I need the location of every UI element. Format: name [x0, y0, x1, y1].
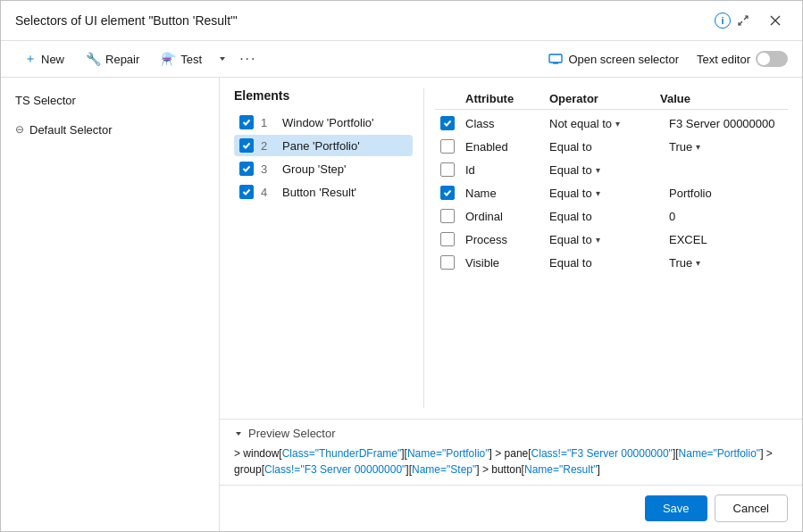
attr-name-class: Class [465, 117, 546, 130]
title-bar: Selectors of UI element "Button 'Result'… [1, 1, 802, 41]
vertical-divider [423, 88, 424, 408]
svg-marker-4 [220, 57, 225, 61]
footer: Save Cancel [220, 485, 802, 531]
left-panel: TS Selector ⋯ ⊖ Default Selector ⋯ [1, 78, 220, 531]
svg-rect-5 [549, 54, 562, 62]
cancel-button[interactable]: Cancel [715, 495, 788, 522]
dialog: Selectors of UI element "Button 'Result'… [0, 0, 803, 532]
attr-checkbox-visible[interactable] [440, 255, 455, 270]
attr-row-name: Name Equal to ▾ Portfolio [435, 181, 788, 204]
attr-name-enabled: Enabled [465, 140, 546, 154]
attr-value-ordinal: 0 [669, 210, 782, 223]
info-icon[interactable]: i [715, 12, 731, 29]
element-checkbox-2[interactable] [239, 138, 254, 153]
wrench-icon: 🔧 [86, 52, 101, 66]
test-button[interactable]: ⚗️ Test [152, 47, 211, 71]
toolbar-dropdown-button[interactable] [214, 49, 230, 70]
value-dropdown-enabled[interactable]: ▾ [696, 142, 700, 152]
svg-marker-8 [236, 432, 241, 436]
attr-operator-visible: Equal to [549, 256, 665, 270]
open-screen-button[interactable]: Open screen selector [540, 48, 688, 71]
attr-checkbox-class[interactable] [440, 116, 455, 130]
attr-name-name: Name [465, 187, 546, 200]
attr-operator-class: Not equal to ▾ [549, 117, 665, 130]
attr-name-process: Process [465, 233, 546, 246]
attr-row-process: Process Equal to ▾ EXCEL [435, 228, 788, 251]
element-row-4[interactable]: 4 Button 'Result' [234, 181, 413, 203]
element-checkbox-1[interactable] [239, 115, 254, 129]
attr-checkbox-process[interactable] [440, 232, 455, 246]
ts-selector-label: TS Selector [15, 94, 185, 107]
attr-row-id: Id Equal to ▾ [435, 158, 788, 181]
attr-checkbox-id[interactable] [440, 162, 455, 177]
default-selector-label: Default Selector [29, 123, 185, 137]
attr-row-visible: Visible Equal to True ▾ [435, 251, 788, 274]
new-button[interactable]: ＋ New [15, 46, 73, 71]
title-bar-actions [731, 8, 788, 33]
restore-button[interactable] [731, 8, 756, 33]
dialog-title: Selectors of UI element "Button 'Result'… [15, 13, 709, 28]
element-row-1[interactable]: 1 Window 'Portfolio' [234, 112, 413, 133]
preview-title-row[interactable]: Preview Selector [234, 427, 788, 440]
default-selector-item[interactable]: ⊖ Default Selector ⋯ [4, 115, 215, 144]
attr-name-ordinal: Ordinal [465, 210, 546, 223]
preview-title-text: Preview Selector [248, 427, 336, 440]
preview-section: Preview Selector > window[Class="Thunder… [220, 419, 802, 485]
attr-operator-id: Equal to ▾ [549, 163, 665, 177]
operator-dropdown-class[interactable]: ▾ [615, 119, 620, 129]
element-checkbox-4[interactable] [239, 185, 254, 199]
elements-column: Elements 1 Window 'Portfolio' [234, 88, 413, 408]
attr-checkbox-name[interactable] [440, 186, 455, 200]
toolbar: ＋ New 🔧 Repair ⚗️ Test ··· Open screen s… [1, 41, 802, 78]
attr-value-process: EXCEL [669, 233, 782, 246]
toolbar-right: Open screen selector Text editor [540, 48, 788, 71]
element-row-2[interactable]: 2 Pane 'Portfolio' [234, 135, 413, 156]
attr-name-visible: Visible [465, 256, 546, 270]
attr-table-header: Attribute Operator Value [435, 88, 788, 110]
attr-operator-name: Equal to ▾ [549, 187, 665, 200]
repair-button[interactable]: 🔧 Repair [77, 47, 148, 71]
right-column: Elements 1 Window 'Portfolio' [220, 78, 802, 531]
attr-operator-ordinal: Equal to [549, 210, 665, 223]
main-content: TS Selector ⋯ ⊖ Default Selector ⋯ Eleme… [1, 78, 802, 531]
collapse-icon: ⊖ [15, 123, 24, 136]
attr-value-visible: True ▾ [669, 256, 782, 270]
attr-value-class: F3 Server 00000000 [669, 117, 782, 130]
attr-operator-process: Equal to ▾ [549, 233, 665, 246]
attr-row-enabled: Enabled Equal to True ▾ [435, 135, 788, 158]
attr-value-name: Portfolio [669, 187, 782, 200]
attr-row-ordinal: Ordinal Equal to 0 [435, 204, 788, 228]
toggle-switch[interactable] [756, 51, 788, 67]
attr-name-id: Id [465, 163, 546, 177]
attr-checkbox-ordinal[interactable] [440, 209, 455, 223]
attr-operator-enabled: Equal to [549, 140, 665, 154]
attr-value-enabled: True ▾ [669, 140, 782, 154]
close-button[interactable] [763, 8, 788, 33]
value-dropdown-visible[interactable]: ▾ [696, 258, 700, 268]
attributes-column: Attribute Operator Value Class Not equal… [435, 88, 788, 408]
elements-title: Elements [234, 88, 413, 103]
attr-row-class: Class Not equal to ▾ F3 Server 00000000 [435, 112, 788, 135]
attr-checkbox-enabled[interactable] [440, 139, 455, 154]
operator-dropdown-name[interactable]: ▾ [596, 188, 600, 198]
ts-selector-item[interactable]: TS Selector ⋯ [4, 86, 215, 114]
plus-icon: ＋ [24, 51, 37, 67]
preview-code: > window[Class="ThunderDFrame"][Name="Po… [234, 445, 788, 478]
flask-icon: ⚗️ [161, 52, 176, 66]
right-top-area: Elements 1 Window 'Portfolio' [220, 78, 802, 419]
operator-dropdown-id[interactable]: ▾ [596, 165, 600, 175]
more-options-button[interactable]: ··· [234, 47, 262, 71]
operator-dropdown-process[interactable]: ▾ [596, 235, 600, 245]
element-row-3[interactable]: 3 Group 'Step' [234, 158, 413, 179]
elements-list: 1 Window 'Portfolio' 2 Pane 'Portfolio' [234, 112, 413, 203]
element-checkbox-3[interactable] [239, 162, 254, 176]
save-button[interactable]: Save [645, 495, 707, 521]
text-editor-toggle: Text editor [697, 51, 788, 67]
